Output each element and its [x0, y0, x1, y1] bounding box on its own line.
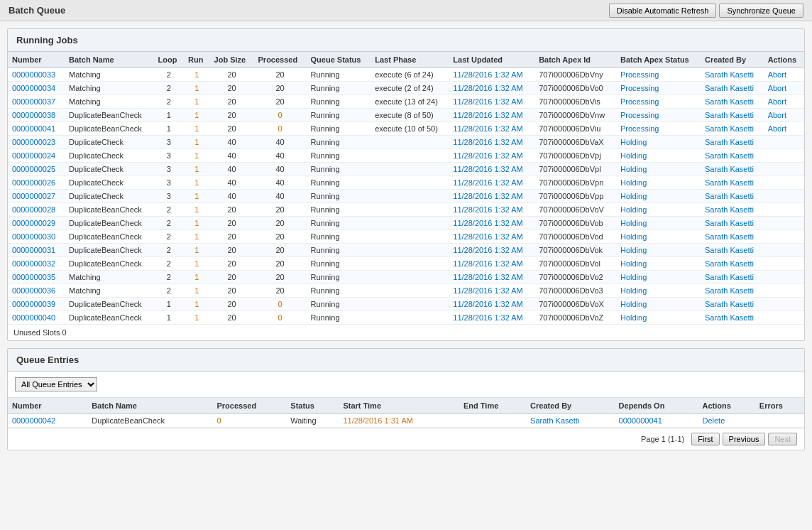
col-created-by: Created By — [701, 52, 764, 68]
first-page-button[interactable]: First — [691, 433, 719, 445]
cell-loop: 2 — [154, 230, 185, 244]
cell-last-updated: 11/28/2016 1:32 AM — [449, 311, 534, 325]
cell-queue-status: Running — [307, 190, 371, 203]
disable-refresh-button[interactable]: Disable Automatic Refresh — [609, 4, 717, 18]
cell-actions — [764, 203, 804, 217]
table-row: 0000000025 DuplicateCheck 3 1 40 40 Runn… — [8, 163, 804, 176]
abort-link[interactable]: Abort — [768, 70, 786, 79]
cell-batch-name: DuplicateBeanCheck — [65, 217, 154, 230]
table-row: 0000000040 DuplicateBeanCheck 1 1 20 0 R… — [8, 311, 804, 325]
created-by-link[interactable]: Sarath Kasetti — [705, 97, 754, 106]
number-link[interactable]: 0000000025 — [12, 165, 55, 173]
number-link[interactable]: 0000000040 — [12, 313, 55, 322]
cell-loop: 2 — [154, 271, 185, 284]
cell-loop: 3 — [154, 149, 185, 163]
cell-last-phase — [371, 217, 449, 230]
created-by-link[interactable]: Sarath Kasetti — [705, 219, 754, 227]
cell-job-size: 20 — [210, 68, 254, 82]
abort-link[interactable]: Abort — [768, 124, 786, 133]
created-by-link[interactable]: Sarath Kasetti — [705, 124, 754, 133]
cell-batch-apex-id: 707i000006DbVob — [534, 217, 616, 230]
created-by-link[interactable]: Sarath Kasetti — [705, 111, 754, 119]
number-link[interactable]: 0000000029 — [12, 219, 55, 227]
created-by-link[interactable]: Sarath Kasetti — [705, 192, 754, 200]
cell-queue-status: Running — [307, 244, 371, 257]
abort-link[interactable]: Abort — [768, 97, 786, 106]
number-link[interactable]: 0000000030 — [12, 232, 55, 241]
table-row: 0000000036 Matching 2 1 20 20 Running 11… — [8, 284, 804, 298]
created-by-link[interactable]: Sarath Kasetti — [705, 246, 754, 254]
cell-loop: 2 — [154, 82, 185, 95]
qe-number-link[interactable]: 0000000042 — [12, 416, 55, 425]
cell-number: 0000000029 — [8, 217, 65, 230]
previous-page-button[interactable]: Previous — [723, 433, 766, 445]
created-by-link[interactable]: Sarath Kasetti — [705, 178, 754, 187]
running-jobs-header: Running Jobs — [8, 29, 804, 52]
delete-link[interactable]: Delete — [702, 416, 725, 425]
queue-entries-table-header-row: Number Batch Name Processed Status Start… — [8, 398, 804, 414]
number-link[interactable]: 0000000024 — [12, 151, 55, 160]
number-link[interactable]: 0000000041 — [12, 124, 55, 133]
cell-processed: 20 — [254, 244, 307, 257]
number-link[interactable]: 0000000031 — [12, 246, 55, 254]
cell-batch-apex-id: 707i000006DbVo0 — [534, 82, 616, 95]
cell-processed: 20 — [254, 82, 307, 95]
number-link[interactable]: 0000000035 — [12, 273, 55, 281]
synchronize-queue-button[interactable]: Synchronize Queue — [719, 4, 803, 18]
created-by-link[interactable]: Sarath Kasetti — [705, 286, 754, 295]
col-number: Number — [8, 52, 65, 68]
cell-batch-name: DuplicateCheck — [65, 176, 154, 190]
next-page-button[interactable]: Next — [768, 433, 797, 445]
cell-batch-name: Matching — [65, 82, 154, 95]
number-link[interactable]: 0000000036 — [12, 286, 55, 295]
cell-actions — [764, 311, 804, 325]
cell-batch-apex-status: Holding — [616, 311, 701, 325]
created-by-link[interactable]: Sarath Kasetti — [705, 313, 754, 322]
created-by-link[interactable]: Sarath Kasetti — [705, 259, 754, 268]
cell-run: 1 — [184, 149, 210, 163]
cell-loop: 2 — [154, 217, 185, 230]
cell-batch-apex-id: 707i000006DbVod — [534, 230, 616, 244]
created-by-link[interactable]: Sarath Kasetti — [705, 273, 754, 281]
cell-processed: 0 — [254, 298, 307, 311]
number-link[interactable]: 0000000039 — [12, 300, 55, 308]
number-link[interactable]: 0000000027 — [12, 192, 55, 200]
abort-link[interactable]: Abort — [768, 111, 786, 119]
cell-last-updated: 11/28/2016 1:32 AM — [449, 190, 534, 203]
cell-created-by: Sarath Kasetti — [701, 298, 764, 311]
queue-entries-dropdown[interactable]: All Queue Entries — [15, 377, 97, 391]
qe-depends-on-link[interactable]: 0000000041 — [619, 416, 662, 425]
cell-batch-apex-id: 707i000006DbVok — [534, 244, 616, 257]
number-link[interactable]: 0000000028 — [12, 205, 55, 214]
qe-cell-actions: Delete — [698, 414, 755, 428]
number-link[interactable]: 0000000032 — [12, 259, 55, 268]
number-link[interactable]: 0000000034 — [12, 84, 55, 92]
number-link[interactable]: 0000000026 — [12, 178, 55, 187]
created-by-link[interactable]: Sarath Kasetti — [705, 232, 754, 241]
abort-link[interactable]: Abort — [768, 84, 786, 92]
number-link[interactable]: 0000000033 — [12, 70, 55, 79]
created-by-link[interactable]: Sarath Kasetti — [705, 84, 754, 92]
cell-processed: 40 — [254, 176, 307, 190]
cell-processed: 20 — [254, 284, 307, 298]
qe-created-by-link[interactable]: Sarath Kasetti — [530, 416, 579, 425]
created-by-link[interactable]: Sarath Kasetti — [705, 138, 754, 146]
cell-number: 0000000041 — [8, 122, 65, 136]
cell-batch-apex-id: 707i000006DbVny — [534, 68, 616, 82]
qe-cell-processed: 0 — [212, 414, 286, 428]
created-by-link[interactable]: Sarath Kasetti — [705, 151, 754, 160]
created-by-link[interactable]: Sarath Kasetti — [705, 165, 754, 173]
cell-processed: 20 — [254, 230, 307, 244]
cell-batch-name: DuplicateBeanCheck — [65, 203, 154, 217]
number-link[interactable]: 0000000037 — [12, 97, 55, 106]
cell-queue-status: Running — [307, 82, 371, 95]
cell-created-by: Sarath Kasetti — [701, 136, 764, 149]
created-by-link[interactable]: Sarath Kasetti — [705, 205, 754, 214]
created-by-link[interactable]: Sarath Kasetti — [705, 70, 754, 79]
cell-job-size: 20 — [210, 244, 254, 257]
created-by-link[interactable]: Sarath Kasetti — [705, 300, 754, 308]
table-row: 0000000030 DuplicateBeanCheck 2 1 20 20 … — [8, 230, 804, 244]
number-link[interactable]: 0000000023 — [12, 138, 55, 146]
number-link[interactable]: 0000000038 — [12, 111, 55, 119]
cell-processed: 20 — [254, 203, 307, 217]
